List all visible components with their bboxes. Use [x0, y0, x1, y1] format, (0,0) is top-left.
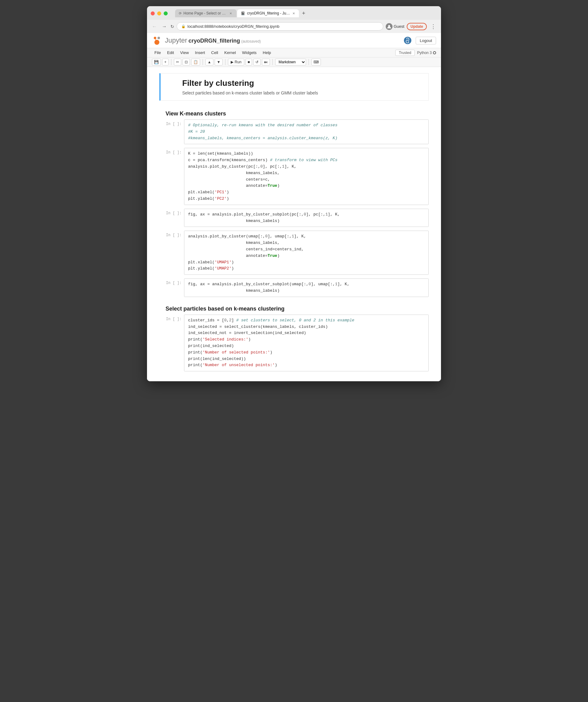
code-content-4: analysis.plot_by_cluster(umap[:,0], umap… — [184, 231, 428, 274]
code-cell-4: In [ ]: analysis.plot_by_cluster(umap[:,… — [159, 231, 429, 275]
refresh-button[interactable]: ↻ — [171, 24, 174, 29]
window-controls: ⟳ Home Page - Select or create … ✕ 📓 cry… — [151, 9, 437, 17]
svg-point-5 — [407, 39, 407, 39]
toolbar: 💾 + ✂ ⊡ 📋 ▲ ▼ ▶ Run ■ ↺ ⏭ Markdown Code … — [147, 57, 441, 67]
menu-edit[interactable]: Edit — [165, 49, 176, 56]
kernel-label: Python 3 — [417, 50, 432, 55]
keyboard-button[interactable]: ⌨ — [311, 58, 321, 66]
run-label: Run — [235, 60, 241, 64]
logout-button[interactable]: Logout — [416, 37, 436, 44]
md-description: Select particles based on k-means cluste… — [182, 91, 410, 95]
code-content-1: # Optionally, re-run kmeans with the des… — [184, 120, 428, 144]
trusted-badge[interactable]: Trusted — [395, 50, 414, 56]
jupyter-header: Jupyter cryoDRGN_filtering (autosaved) L… — [147, 33, 441, 48]
autosaved-label: (autosaved) — [241, 39, 261, 43]
tab-2-close[interactable]: ✕ — [292, 11, 295, 15]
browser-window: ⟳ Home Page - Select or create … ✕ 📓 cry… — [147, 6, 441, 381]
maximize-button[interactable] — [164, 11, 168, 15]
add-cell-button[interactable]: + — [162, 58, 169, 66]
kernel-info: Python 3 — [417, 50, 436, 55]
cell-input-6[interactable]: cluster_ids = [0,2] # set clusters to se… — [184, 315, 429, 371]
run-icon: ▶ — [231, 60, 233, 64]
new-tab-button[interactable]: + — [300, 9, 308, 17]
svg-point-6 — [408, 41, 409, 42]
browser-tab-1[interactable]: ⟳ Home Page - Select or create … ✕ — [175, 9, 236, 17]
copy-button[interactable]: ⊡ — [183, 58, 190, 66]
menu-file[interactable]: File — [152, 49, 163, 56]
address-text: localhost:8888/notebooks/cryoDRGN_filter… — [187, 24, 280, 29]
run-button[interactable]: ▶ Run — [228, 58, 244, 66]
menu-insert[interactable]: Insert — [192, 49, 207, 56]
cell-prompt-3: In [ ]: — [159, 209, 184, 218]
cell-prompt-4: In [ ]: — [159, 231, 184, 240]
code-cell-5: In [ ]: fig, ax = analysis.plot_by_clust… — [159, 278, 429, 297]
cell-input-2[interactable]: K = len(set(kmeans_labels)) c = pca.tran… — [184, 148, 429, 205]
browser-tabs: ⟳ Home Page - Select or create … ✕ 📓 cry… — [175, 9, 308, 17]
address-bar[interactable]: 🔒 localhost:8888/notebooks/cryoDRGN_filt… — [177, 22, 383, 30]
more-button[interactable]: ⋮ — [429, 23, 437, 30]
minimize-button[interactable] — [157, 11, 161, 15]
lock-icon: 🔒 — [181, 24, 186, 28]
update-button[interactable]: Update — [407, 23, 427, 30]
kernel-status-icon — [433, 51, 436, 54]
cell-input-4[interactable]: analysis.plot_by_cluster(umap[:,0], umap… — [184, 231, 429, 275]
cell-input-5[interactable]: fig, ax = analysis.plot_by_cluster_subpl… — [184, 278, 429, 297]
cell-prompt-1: In [ ]: — [159, 119, 184, 129]
address-bar-row: ← → ↻ 🔒 localhost:8888/notebooks/cryoDRG… — [147, 20, 441, 33]
code-cell-6: In [ ]: cluster_ids = [0,2] # set cluste… — [159, 315, 429, 371]
paste-button[interactable]: 📋 — [191, 58, 200, 66]
forward-button[interactable]: → — [161, 23, 168, 30]
jupyter-logo-icon — [152, 35, 162, 45]
stop-button[interactable]: ■ — [246, 58, 252, 66]
cell-input-3[interactable]: fig, ax = analysis.plot_by_cluster_subpl… — [184, 209, 429, 227]
svg-point-3 — [158, 37, 160, 39]
code-cell-1: In [ ]: # Optionally, re-run kmeans with… — [159, 119, 429, 144]
restart-button[interactable]: ↺ — [253, 58, 261, 66]
section-select-heading: Select particles based on k-means cluste… — [147, 301, 441, 315]
code-content-6: cluster_ids = [0,2] # set clusters to se… — [184, 315, 428, 371]
menu-cell[interactable]: Cell — [209, 49, 220, 56]
tab-2-label: cryoDRGN_filtering - Jupyter N… — [247, 11, 290, 15]
svg-point-1 — [155, 40, 159, 45]
cell-prompt-6: In [ ]: — [159, 315, 184, 324]
jupyter-logo-area: Jupyter cryoDRGN_filtering (autosaved) — [152, 35, 261, 45]
md-heading: Filter by clustering — [182, 79, 410, 88]
notebook-title: cryoDRGN_filtering — [188, 38, 240, 44]
tab-1-close[interactable]: ✕ — [228, 11, 233, 15]
menu-widgets[interactable]: Widgets — [239, 49, 259, 56]
menu-right: Trusted Python 3 — [395, 50, 436, 56]
cell-prompt-5: In [ ]: — [159, 278, 184, 288]
jupyter-header-right: Logout — [403, 36, 436, 45]
guest-label: Guest — [394, 24, 405, 29]
move-up-button[interactable]: ▲ — [205, 58, 213, 66]
save-button[interactable]: 💾 — [152, 58, 161, 66]
toolbar-separator-2 — [203, 59, 203, 65]
cell-input-1[interactable]: # Optionally, re-run kmeans with the des… — [184, 119, 429, 144]
code-content-3: fig, ax = analysis.plot_by_cluster_subpl… — [184, 209, 428, 227]
code-content-5: fig, ax = analysis.plot_by_cluster_subpl… — [184, 279, 428, 297]
menu-help[interactable]: Help — [260, 49, 274, 56]
browser-tab-2[interactable]: 📓 cryoDRGN_filtering - Jupyter N… ✕ — [237, 9, 299, 17]
fast-forward-button[interactable]: ⏭ — [262, 58, 270, 66]
python-icon — [403, 36, 412, 45]
user-area: Guest Update ⋮ — [386, 23, 437, 30]
code-cell-2: In [ ]: K = len(set(kmeans_labels)) c = … — [159, 148, 429, 205]
cell-type-select[interactable]: Markdown Code Raw — [275, 58, 306, 66]
close-button[interactable] — [151, 11, 155, 15]
guest-button[interactable]: Guest — [386, 23, 405, 30]
notebook-content: Filter by clustering Select particles ba… — [147, 67, 441, 381]
guest-icon — [386, 23, 393, 30]
menu-kernel[interactable]: Kernel — [222, 49, 238, 56]
cell-prompt-2: In [ ]: — [159, 148, 184, 157]
jupyter-app: Jupyter cryoDRGN_filtering (autosaved) L… — [147, 33, 441, 381]
move-down-button[interactable]: ▼ — [215, 58, 223, 66]
menu-bar: File Edit View Insert Cell Kernel Widget… — [147, 48, 441, 57]
section-kmeans-heading: View K-means clusters — [147, 106, 441, 119]
toolbar-separator-4 — [272, 59, 273, 65]
cut-button[interactable]: ✂ — [174, 58, 181, 66]
code-cell-3: In [ ]: fig, ax = analysis.plot_by_clust… — [159, 209, 429, 227]
title-bar: ⟳ Home Page - Select or create … ✕ 📓 cry… — [147, 6, 441, 20]
markdown-cell-heading: Filter by clustering Select particles ba… — [159, 73, 429, 101]
menu-view[interactable]: View — [178, 49, 191, 56]
back-button[interactable]: ← — [151, 23, 158, 30]
